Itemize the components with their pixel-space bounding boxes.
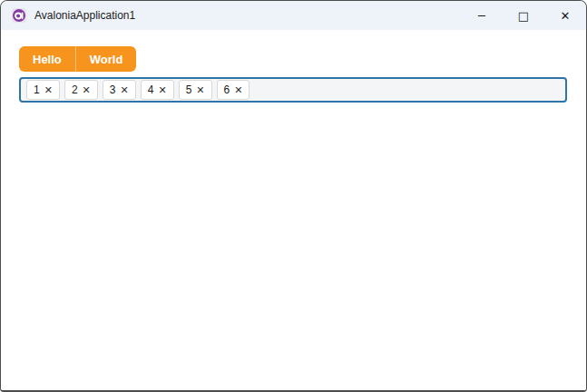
close-icon: ✕ — [561, 10, 571, 22]
tab-label: Hello — [33, 53, 62, 66]
chip-remove-button[interactable]: ✕ — [83, 85, 91, 95]
chip-remove-button[interactable]: ✕ — [44, 85, 53, 95]
chip-label: 2 — [72, 84, 78, 95]
tab-hello[interactable]: Hello — [19, 46, 75, 72]
chip: 3 ✕ — [103, 80, 136, 100]
chip-remove-button[interactable]: ✕ — [196, 85, 204, 95]
chips-container[interactable]: 1 ✕ 2 ✕ 3 ✕ 4 ✕ 5 ✕ 6 ✕ — [19, 77, 567, 103]
minimize-button[interactable]: ─ — [461, 1, 503, 30]
chip-label: 5 — [186, 84, 192, 95]
chip: 6 ✕ — [217, 80, 250, 100]
chip: 2 ✕ — [64, 80, 98, 100]
chip-label: 6 — [224, 84, 230, 95]
tab-strip: Hello World — [19, 46, 136, 72]
tab-world[interactable]: World — [75, 46, 137, 72]
minimize-icon: ─ — [478, 10, 485, 22]
window-content: Hello World 1 ✕ 2 ✕ 3 ✕ 4 ✕ 5 ✕ 6 ✕ — [1, 30, 586, 390]
chip: 4 ✕ — [141, 80, 174, 100]
app-window: AvaloniaApplication1 ─ □ ✕ Hello World 1… — [0, 0, 587, 392]
chip: 5 ✕ — [179, 80, 212, 100]
avalonia-logo-icon — [12, 8, 26, 23]
tab-label: World — [90, 53, 123, 66]
chip-label: 4 — [148, 84, 154, 95]
maximize-button[interactable]: □ — [503, 1, 544, 30]
titlebar[interactable]: AvaloniaApplication1 ─ □ ✕ — [1, 1, 586, 30]
close-button[interactable]: ✕ — [544, 1, 586, 30]
chip-remove-button[interactable]: ✕ — [121, 85, 129, 95]
chip-label: 1 — [34, 84, 40, 95]
chip-remove-button[interactable]: ✕ — [158, 85, 166, 95]
maximize-icon: □ — [518, 10, 529, 22]
chip-remove-button[interactable]: ✕ — [234, 85, 242, 95]
window-title: AvaloniaApplication1 — [34, 9, 135, 22]
chip: 1 ✕ — [26, 80, 60, 100]
window-controls: ─ □ ✕ — [461, 1, 586, 30]
chip-label: 3 — [110, 84, 116, 95]
